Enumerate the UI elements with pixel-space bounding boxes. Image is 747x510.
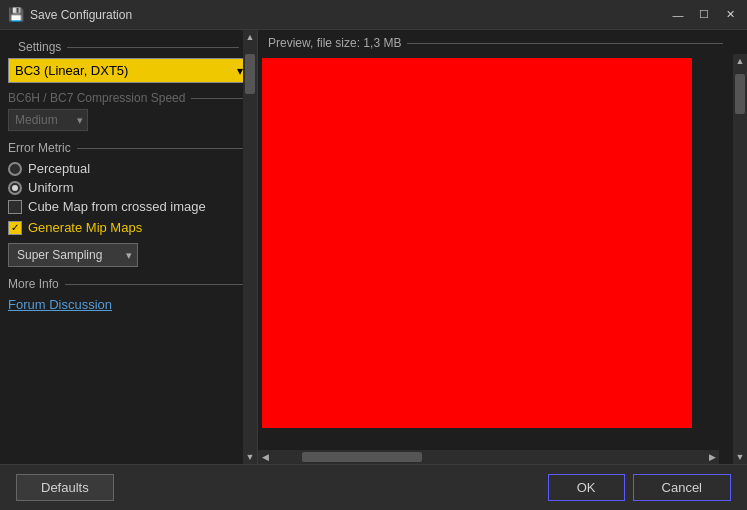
super-sampling-select-wrapper[interactable]: Super Sampling Box Triangle Kaiser xyxy=(8,243,138,267)
maximize-button[interactable]: ☐ xyxy=(695,6,713,24)
title-bar: 💾 Save Configuration — ☐ ✕ xyxy=(0,0,747,30)
compression-speed-select-wrapper[interactable]: Medium Fast Slow xyxy=(8,109,88,131)
mip-maps-checkbox-box[interactable]: ✓ xyxy=(8,221,22,235)
window-controls: — ☐ ✕ xyxy=(669,6,739,24)
close-button[interactable]: ✕ xyxy=(721,6,739,24)
uniform-label: Uniform xyxy=(28,180,74,195)
hscroll-right-arrow[interactable]: ▶ xyxy=(705,450,719,464)
ok-button[interactable]: OK xyxy=(548,474,625,501)
defaults-button[interactable]: Defaults xyxy=(16,474,114,501)
cube-map-checkbox-box[interactable] xyxy=(8,200,22,214)
cancel-button[interactable]: Cancel xyxy=(633,474,731,501)
preview-title: Preview, file size: 1,3 MB xyxy=(268,36,401,50)
compression-speed-label: BC6H / BC7 Compression Speed xyxy=(8,91,249,105)
preview-hscrollbar[interactable]: ◀ ▶ xyxy=(258,450,719,464)
vscroll-up-arrow[interactable]: ▲ xyxy=(733,54,747,68)
preview-vscrollbar[interactable]: ▲ ▼ xyxy=(733,54,747,464)
error-metric-group: Perceptual Uniform xyxy=(8,161,249,195)
preview-content[interactable] xyxy=(258,54,733,450)
cube-map-label: Cube Map from crossed image xyxy=(28,199,206,214)
scrollbar-thumb[interactable] xyxy=(245,54,255,94)
vscroll-track[interactable] xyxy=(733,68,747,450)
preview-body: ◀ ▶ ▲ ▼ xyxy=(258,54,747,464)
super-sampling-select[interactable]: Super Sampling Box Triangle Kaiser xyxy=(8,243,138,267)
scrollbar-track[interactable] xyxy=(243,44,257,450)
bottom-bar: Defaults OK Cancel xyxy=(0,464,747,510)
preview-scroll-container: ◀ ▶ xyxy=(258,54,733,464)
hscroll-thumb[interactable] xyxy=(302,452,422,462)
settings-header: Settings xyxy=(8,34,249,58)
mip-maps-checkbox[interactable]: ✓ Generate Mip Maps xyxy=(8,220,249,235)
hscroll-left-arrow[interactable]: ◀ xyxy=(258,450,272,464)
hscroll-track[interactable] xyxy=(272,450,705,464)
cube-map-checkbox[interactable]: Cube Map from crossed image xyxy=(8,199,249,214)
minimize-button[interactable]: — xyxy=(669,6,687,24)
preview-image xyxy=(262,58,692,428)
app-icon: 💾 xyxy=(8,7,24,23)
bottom-right-buttons: OK Cancel xyxy=(548,474,731,501)
settings-panel: Settings BC3 (Linear, DXT5) BC1 (Linear,… xyxy=(0,30,258,464)
preview-header: Preview, file size: 1,3 MB xyxy=(258,30,747,54)
settings-scroll[interactable]: Settings BC3 (Linear, DXT5) BC1 (Linear,… xyxy=(0,30,257,464)
compression-speed-select: Medium Fast Slow xyxy=(8,109,88,131)
window-title: Save Configuration xyxy=(30,8,669,22)
perceptual-radio-input[interactable] xyxy=(8,162,22,176)
vscroll-down-arrow[interactable]: ▼ xyxy=(733,450,747,464)
format-select-wrapper[interactable]: BC3 (Linear, DXT5) BC1 (Linear, DXT1) BC… xyxy=(8,58,249,83)
scroll-up-arrow[interactable]: ▲ xyxy=(243,30,257,44)
uniform-radio[interactable]: Uniform xyxy=(8,180,249,195)
perceptual-radio[interactable]: Perceptual xyxy=(8,161,249,176)
vscroll-thumb[interactable] xyxy=(735,74,745,114)
preview-panel: Preview, file size: 1,3 MB ◀ ▶ ▲ xyxy=(258,30,747,464)
format-select[interactable]: BC3 (Linear, DXT5) BC1 (Linear, DXT1) BC… xyxy=(8,58,249,83)
more-info-label: More Info xyxy=(8,277,249,291)
error-metric-label: Error Metric xyxy=(8,141,249,155)
settings-scrollbar[interactable]: ▲ ▼ xyxy=(243,30,257,464)
perceptual-label: Perceptual xyxy=(28,161,90,176)
uniform-radio-input[interactable] xyxy=(8,181,22,195)
main-content: Settings BC3 (Linear, DXT5) BC1 (Linear,… xyxy=(0,30,747,464)
mip-maps-label: Generate Mip Maps xyxy=(28,220,142,235)
scroll-down-arrow[interactable]: ▼ xyxy=(243,450,257,464)
forum-discussion-link[interactable]: Forum Discussion xyxy=(8,297,249,320)
